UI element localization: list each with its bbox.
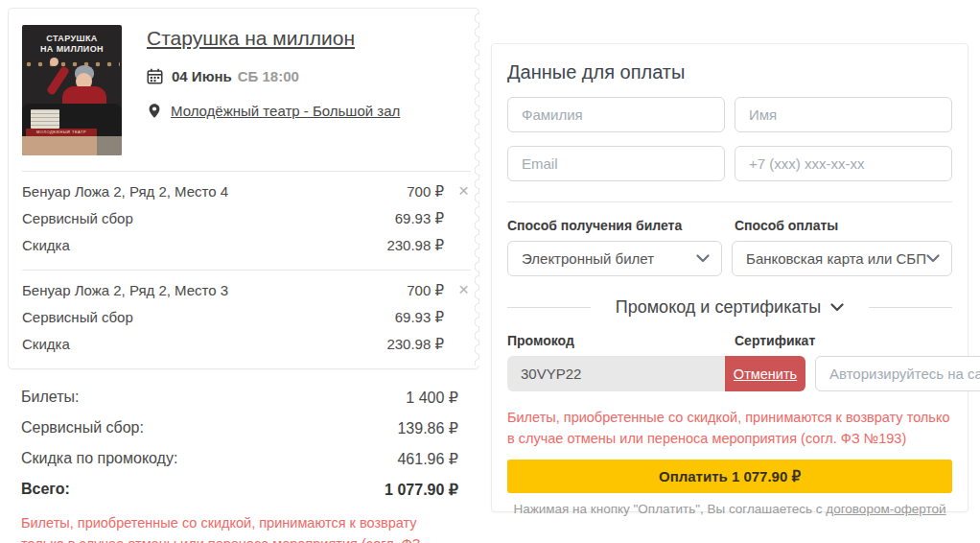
phone-input[interactable] — [735, 146, 952, 181]
email-input[interactable] — [507, 146, 725, 181]
discount-label: Скидка — [22, 336, 386, 353]
cancel-promo-button[interactable]: Отменить — [725, 356, 805, 391]
method-selects-row: Электронный билет Банковская карта или С… — [507, 241, 952, 276]
ticket-seat-row: Бенуар Ложа 2, Ряд 2, Место 4 700 ₽ × — [22, 183, 469, 201]
discount-value: 230.98 ₽ — [386, 237, 444, 254]
summary-fee-row: Сервисный сбор: 139.86 ₽ — [21, 419, 458, 437]
calendar-icon — [147, 68, 163, 84]
ticket-seat-row: Бенуар Ложа 2, Ряд 2, Место 3 700 ₽ × — [22, 282, 469, 299]
fee-value: 69.93 ₽ — [395, 309, 444, 326]
promo-labels-row: Промокод Сертификат — [507, 333, 952, 348]
payment-method-value: Банковская карта или СБП — [746, 250, 926, 267]
seat-label: Бенуар Ложа 2, Ряд 2, Место 4 — [22, 183, 407, 201]
event-date: 04 Июнь — [172, 68, 232, 84]
seat-price: 700 ₽ — [407, 183, 444, 201]
summary-tickets-row: Билеты: 1 400 ₽ — [21, 389, 458, 407]
event-title-link[interactable]: Старушка на миллион — [147, 27, 355, 50]
delivery-method-select[interactable]: Электронный билет — [507, 241, 722, 276]
summary-total-row: Всего: 1 077.90 ₽ — [21, 481, 458, 499]
chevron-down-icon — [830, 303, 844, 312]
pay-button[interactable]: Оплатить 1 077.90 ₽ — [507, 460, 952, 493]
name-fields-row — [507, 97, 952, 132]
ticket-item: Бенуар Ложа 2, Ряд 2, Место 3 700 ₽ × Се… — [9, 271, 478, 368]
discount-label: Скидка — [22, 237, 386, 254]
summary-value: 461.96 ₽ — [397, 450, 458, 468]
delivery-method-label: Способ получения билета — [507, 218, 725, 233]
event-info: Старушка на миллион 04 Июнь СБ 1 — [147, 25, 400, 155]
certificate-placeholder: Авторизируйтесь на сайте — [829, 366, 980, 382]
first-name-input[interactable] — [735, 97, 952, 132]
summary-value: 1 400 ₽ — [406, 389, 458, 407]
promo-fields-row: Отменить Авторизируйтесь на сайте — [507, 356, 952, 391]
promo-code-label: Промокод — [507, 333, 725, 348]
ticket-discount-row: Скидка 230.98 ₽ — [22, 237, 469, 254]
payment-title: Данные для оплаты — [507, 61, 952, 83]
ticket-fee-row: Сервисный сбор 69.93 ₽ — [22, 309, 469, 326]
offer-agreement-note: Нажимая на кнопку "Оплатить", Вы соглаша… — [507, 502, 952, 516]
promo-code-input[interactable] — [507, 356, 725, 391]
payment-panel: Данные для оплаты Способ получения билет… — [491, 43, 968, 512]
certificate-label: Сертификат — [735, 333, 952, 348]
divider — [507, 307, 591, 308]
promo-section-header: Промокод и сертификаты — [507, 297, 952, 318]
offer-note-text: Нажимая на кнопку "Оплатить", Вы соглаша… — [513, 502, 826, 516]
refund-policy-note: Билеты, приобретенные со скидкой, приним… — [21, 512, 458, 543]
refund-policy-note: Билеты, приобретенные со скидкой, приним… — [507, 407, 952, 449]
event-poster[interactable]: СТАРУШКА НА МИЛЛИОН МОЛОДЕЖНЫЙ ТЕАТР — [22, 25, 122, 155]
location-pin-icon — [147, 103, 162, 119]
divider — [869, 307, 952, 308]
poster-garland-decor — [24, 56, 120, 71]
last-name-input[interactable] — [507, 97, 725, 132]
ticket-item: Бенуар Ложа 2, Ряд 2, Место 4 700 ₽ × Се… — [9, 172, 478, 270]
fee-value: 69.93 ₽ — [395, 210, 444, 227]
payment-method-select[interactable]: Банковская карта или СБП — [732, 241, 952, 276]
fee-label: Сервисный сбор — [22, 309, 395, 326]
promo-section-title: Промокод и сертификаты — [616, 297, 821, 318]
ticket-card: СТАРУШКА НА МИЛЛИОН МОЛОДЕЖНЫЙ ТЕАТР Ста… — [8, 8, 479, 369]
offer-contract-link[interactable]: договором-офертой — [826, 502, 945, 516]
ticket-fee-row: Сервисный сбор 69.93 ₽ — [22, 210, 469, 227]
contact-fields-row — [507, 146, 952, 181]
promo-section-toggle[interactable]: Промокод и сертификаты — [616, 297, 844, 318]
promo-code-group: Отменить — [507, 356, 805, 391]
seat-label: Бенуар Ложа 2, Ряд 2, Место 3 — [22, 282, 407, 299]
event-time: СБ 18:00 — [238, 68, 299, 84]
order-panel: СТАРУШКА НА МИЛЛИОН МОЛОДЕЖНЫЙ ТЕАТР Ста… — [8, 8, 479, 543]
summary-label: Сервисный сбор: — [21, 419, 397, 437]
chevron-down-icon — [926, 254, 940, 263]
poster-figure-fist — [50, 58, 58, 66]
poster-floor-shadow — [97, 136, 122, 155]
event-date-row: 04 Июнь СБ 18:00 — [147, 68, 400, 84]
fee-label: Сервисный сбор — [22, 210, 395, 227]
ticket-discount-row: Скидка 230.98 ₽ — [22, 336, 469, 353]
venue-link[interactable]: Молодёжный театр - Большой зал — [171, 103, 400, 119]
discount-value: 230.98 ₽ — [386, 336, 444, 353]
summary-label: Билеты: — [21, 389, 406, 407]
total-value: 1 077.90 ₽ — [385, 481, 458, 499]
remove-ticket-button[interactable]: × — [458, 283, 469, 296]
certificate-select[interactable]: Авторизируйтесь на сайте — [815, 356, 980, 391]
order-summary: Билеты: 1 400 ₽ Сервисный сбор: 139.86 ₽… — [8, 389, 479, 543]
remove-ticket-button[interactable]: × — [458, 184, 469, 198]
event-header: СТАРУШКА НА МИЛЛИОН МОЛОДЕЖНЫЙ ТЕАТР Ста… — [9, 9, 478, 171]
summary-discount-row: Скидка по промокоду: 461.96 ₽ — [21, 450, 458, 468]
seat-price: 700 ₽ — [407, 282, 444, 299]
divider — [507, 201, 952, 202]
chevron-down-icon — [696, 254, 710, 263]
poster-theater-emblem — [31, 109, 59, 129]
delivery-method-value: Электронный билет — [522, 250, 696, 267]
event-venue-row: Молодёжный театр - Большой зал — [147, 103, 400, 119]
total-label: Всего: — [21, 481, 385, 499]
payment-method-label: Способ оплаты — [735, 218, 952, 233]
poster-theater-banner: МОЛОДЕЖНЫЙ ТЕАТР — [26, 129, 97, 136]
poster-title-text: СТАРУШКА НА МИЛЛИОН — [22, 34, 122, 55]
method-labels-row: Способ получения билета Способ оплаты — [507, 218, 952, 233]
summary-value: 139.86 ₽ — [397, 419, 458, 437]
summary-label: Скидка по промокоду: — [21, 450, 397, 468]
